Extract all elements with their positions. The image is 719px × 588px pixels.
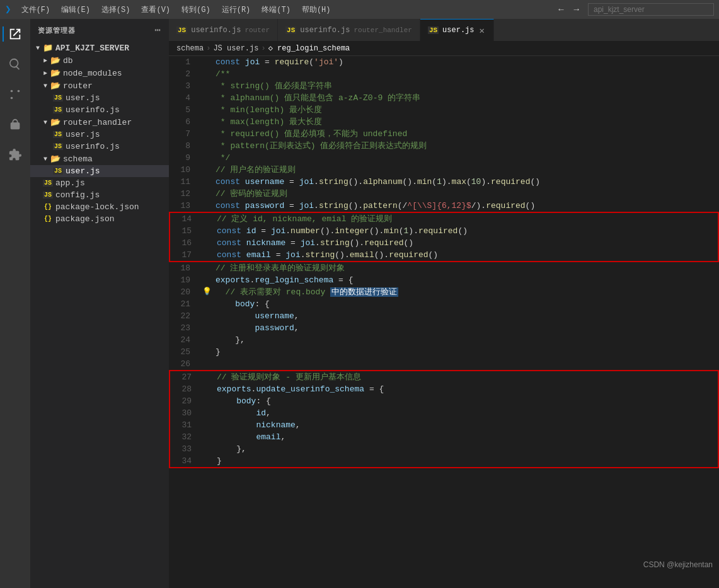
line-ind-21: [200, 298, 213, 310]
line-ind-9: [200, 152, 213, 164]
line-num-4: 4: [169, 92, 200, 104]
line-num-11: 11: [169, 176, 200, 188]
tree-item-package[interactable]: {} package.json: [30, 213, 169, 225]
tree-item-router[interactable]: ▼ 📂 router: [30, 79, 169, 92]
tree-item-rh-user[interactable]: JS user.js: [30, 129, 169, 141]
folder-icon-root: 📁: [43, 43, 53, 53]
line-content-26: [213, 358, 719, 370]
code-line-19: 19 exports.reg_login_schema = {: [169, 274, 719, 286]
tree-label-schema: schema: [63, 154, 93, 164]
tree-item-schema-user[interactable]: JS user.js: [30, 165, 169, 177]
tree-item-rh-userinfo[interactable]: JS userinfo.js: [30, 141, 169, 153]
tree-label-package-lock: package-lock.json: [55, 202, 139, 212]
tab-user-js[interactable]: JS user.js ✕: [420, 19, 494, 41]
line-content-13: const password = joi.string().pattern(/^…: [213, 200, 719, 212]
line-content-3: * string() 值必须是字符串: [213, 80, 719, 92]
tree-item-node-modules[interactable]: ► 📂 node_modules: [30, 67, 169, 79]
activity-extensions[interactable]: [3, 142, 28, 168]
activity-debug[interactable]: [3, 112, 28, 137]
sidebar-more-btn[interactable]: ⋯: [154, 24, 161, 37]
search-input[interactable]: [588, 3, 714, 16]
code-editor[interactable]: 1 const joi = require('joi') 2 /** 3 * s…: [169, 56, 719, 588]
code-line-11: 11 const username = joi.string().alphanu…: [169, 176, 719, 188]
js-icon-rh-user: JS: [53, 131, 63, 138]
code-line-20: 20 💡 // 表示需要对 req.body 中的数据进行验证: [169, 286, 719, 298]
tree-item-router-userinfo[interactable]: JS userinfo.js: [30, 104, 169, 116]
tree-item-db[interactable]: ► 📂 db: [30, 54, 169, 67]
line-content-32: email,: [214, 431, 718, 443]
js-icon-tab1: JS: [176, 26, 187, 34]
menu-help[interactable]: 帮助(H): [297, 3, 336, 16]
line-content-20: // 表示需要对 req.body 中的数据进行验证: [213, 286, 719, 298]
project-name: API_KJZT_SERVER: [55, 43, 129, 53]
menu-select[interactable]: 选择(S): [96, 3, 135, 16]
line-content-2: /**: [213, 68, 719, 80]
tree-item-config[interactable]: JS config.js: [30, 189, 169, 201]
menu-run[interactable]: 运行(R): [217, 3, 256, 16]
line-ind-34: [202, 455, 214, 467]
line-num-1: 1: [169, 56, 200, 68]
tree-item-app[interactable]: JS app.js: [30, 177, 169, 189]
nav-forward[interactable]: →: [570, 3, 583, 16]
js-icon-config: JS: [43, 192, 53, 199]
line-content-25: }: [213, 346, 719, 358]
menu-goto[interactable]: 转到(G): [176, 3, 216, 16]
tree-label-node-modules: node_modules: [63, 69, 122, 78]
line-num-15: 15: [170, 225, 202, 237]
breadcrumb-file[interactable]: JS user.js: [213, 44, 258, 53]
folder-icon-node-modules: 📂: [50, 68, 60, 78]
editor-area: JS userinfo.js router JS userinfo.js rou…: [169, 19, 719, 588]
code-line-25: 25 }: [169, 346, 719, 358]
code-line-14: 14 // 定义 id, nickname, emial 的验证规则: [170, 213, 718, 225]
tree-item-schema[interactable]: ▼ 📂 schema: [30, 153, 169, 165]
tab-userinfo-router-handler[interactable]: JS userinfo.js router_handler: [278, 19, 420, 41]
tab-userinfo-router[interactable]: JS userinfo.js router: [169, 19, 278, 41]
line-content-6: * max(length) 最大长度: [213, 116, 719, 128]
line-content-1: const joi = require('joi'): [213, 56, 719, 68]
vscode-icon: ❯: [5, 3, 11, 16]
line-num-28: 28: [170, 383, 202, 395]
line-num-20: 20: [169, 286, 200, 298]
code-line-34: 34 }: [170, 455, 718, 467]
code-line-9: 9 */: [169, 152, 719, 164]
menu-terminal[interactable]: 终端(T): [256, 3, 296, 16]
tree-item-router-user[interactable]: JS user.js: [30, 92, 169, 104]
line-num-10: 10: [169, 164, 200, 176]
folder-icon-db: 📂: [50, 55, 60, 66]
code-line-10: 10 // 用户名的验证规则: [169, 164, 719, 176]
editor-content: 1 const joi = require('joi') 2 /** 3 * s…: [169, 56, 719, 468]
line-num-8: 8: [169, 140, 200, 152]
titlebar-nav: ← →: [555, 3, 583, 16]
tree-label-router-userinfo: userinfo.js: [66, 105, 120, 115]
line-num-25: 25: [169, 346, 200, 358]
activity-bar: [0, 19, 30, 588]
code-line-12: 12 // 密码的验证规则: [169, 188, 719, 200]
code-line-28: 28 exports.update_userinfo_schema = {: [170, 383, 718, 395]
code-line-5: 5 * min(length) 最小长度: [169, 104, 719, 116]
activity-explorer[interactable]: [3, 21, 28, 47]
activity-git[interactable]: [3, 82, 28, 107]
menu-file[interactable]: 文件(F): [16, 3, 55, 16]
activity-search[interactable]: [3, 52, 28, 77]
main-layout: 资源管理器 ⋯ ▼ 📁 API_KJZT_SERVER ► 📂 db ► 📂 n…: [0, 19, 719, 588]
svg-point-0: [11, 97, 13, 100]
tree-root[interactable]: ▼ 📁 API_KJZT_SERVER: [30, 42, 169, 54]
code-line-33: 33 },: [170, 443, 718, 455]
tab-close-btn[interactable]: ✕: [478, 25, 486, 36]
breadcrumb-schema[interactable]: schema: [176, 44, 204, 53]
breadcrumb-symbol[interactable]: ◇ reg_login_schema: [268, 43, 350, 53]
svg-point-2: [11, 90, 13, 93]
line-ind-25: [200, 346, 213, 358]
tree-item-router-handler[interactable]: ▼ 📂 router_handler: [30, 116, 169, 129]
js-icon-tab2: JS: [285, 26, 296, 34]
menu-view[interactable]: 查看(V): [136, 3, 175, 16]
menu-edit[interactable]: 编辑(E): [56, 3, 95, 16]
code-line-16: 16 const nickname = joi.string().require…: [170, 237, 718, 249]
code-line-31: 31 nickname,: [170, 419, 718, 431]
line-content-11: const username = joi.string().alphanum()…: [213, 176, 719, 188]
code-line-3: 3 * string() 值必须是字符串: [169, 80, 719, 92]
nav-back[interactable]: ←: [555, 3, 567, 16]
tree-item-package-lock[interactable]: {} package-lock.json: [30, 201, 169, 213]
tree-label-app: app.js: [55, 178, 85, 188]
code-line-29: 29 body: {: [170, 395, 718, 407]
